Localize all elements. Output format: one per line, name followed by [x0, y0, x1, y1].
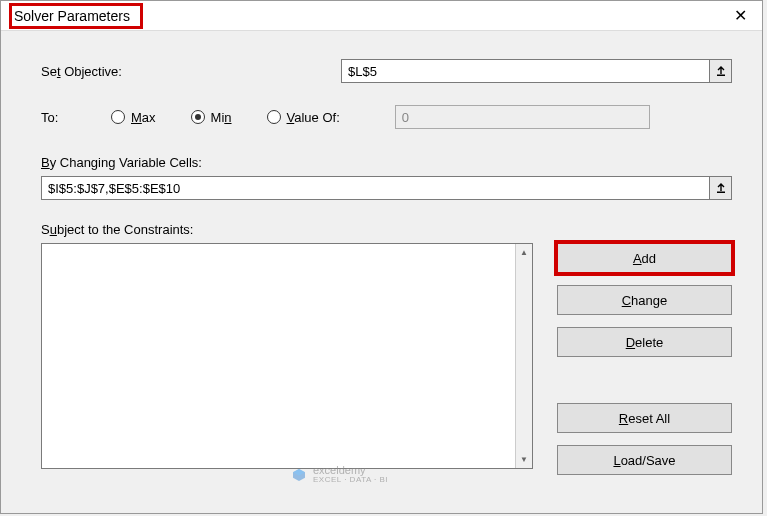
radio-icon	[191, 110, 205, 124]
collapse-icon	[715, 182, 727, 194]
svg-rect-1	[717, 192, 725, 194]
svg-rect-0	[717, 75, 725, 77]
watermark: exceldemy EXCEL · DATA · BI	[291, 464, 388, 485]
titlebar: Solver Parameters ✕	[1, 1, 762, 31]
watermark-sub: EXCEL · DATA · BI	[313, 476, 388, 485]
dialog-body: Set Objective: To: Max Min Value Of:	[1, 31, 762, 485]
scroll-down-icon[interactable]: ▼	[516, 451, 532, 468]
radio-min-label: Min	[211, 110, 232, 125]
constraints-list	[42, 244, 515, 468]
changing-cells-input[interactable]	[41, 176, 710, 200]
radio-valueof-label: Value Of:	[287, 110, 340, 125]
objective-input[interactable]	[341, 59, 710, 83]
value-of-input	[395, 105, 650, 129]
change-button[interactable]: Change	[557, 285, 732, 315]
constraint-buttons: Add Change Delete Reset All Load/Save	[557, 243, 732, 475]
load-save-button[interactable]: Load/Save	[557, 445, 732, 475]
set-objective-label: Set Objective:	[41, 64, 341, 79]
reset-all-button[interactable]: Reset All	[557, 403, 732, 433]
radio-min[interactable]: Min	[191, 110, 232, 125]
radio-icon	[267, 110, 281, 124]
collapse-icon	[715, 65, 727, 77]
constraints-label: Subject to the Constraints:	[41, 222, 732, 237]
radio-max-label: Max	[131, 110, 156, 125]
scroll-up-icon[interactable]: ▲	[516, 244, 532, 261]
logo-icon	[291, 467, 307, 483]
solver-parameters-dialog: Solver Parameters ✕ Set Objective: To: M…	[0, 0, 763, 514]
dialog-title: Solver Parameters	[9, 3, 143, 29]
constraints-listbox[interactable]: ▲ ▼	[41, 243, 533, 469]
changing-cells-ref-button[interactable]	[710, 176, 732, 200]
add-button[interactable]: Add	[557, 243, 732, 273]
close-button[interactable]: ✕	[718, 1, 762, 31]
radio-max[interactable]: Max	[111, 110, 156, 125]
objective-ref-button[interactable]	[710, 59, 732, 83]
changing-cells-label: By Changing Variable Cells:	[41, 155, 732, 170]
scrollbar[interactable]: ▲ ▼	[515, 244, 532, 468]
radio-icon	[111, 110, 125, 124]
delete-button[interactable]: Delete	[557, 327, 732, 357]
to-label: To:	[41, 110, 111, 125]
constraints-row: ▲ ▼ Add Change Delete Reset All Load/Sav…	[41, 243, 732, 475]
objective-row: Set Objective:	[41, 59, 732, 83]
radio-value-of[interactable]: Value Of:	[267, 110, 340, 125]
close-icon: ✕	[734, 6, 747, 25]
to-row: To: Max Min Value Of:	[41, 105, 732, 129]
